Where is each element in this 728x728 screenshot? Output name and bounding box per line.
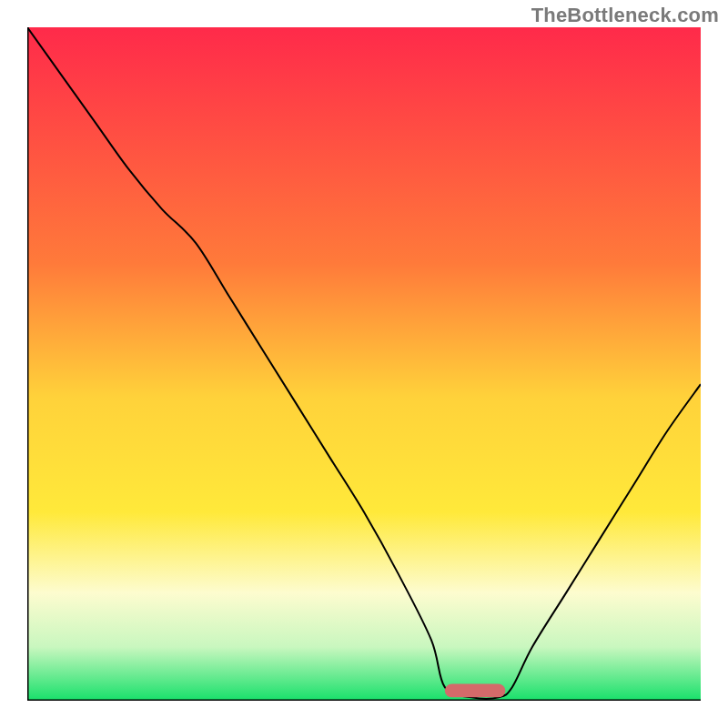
valley-marker [445,684,506,698]
plot-area [27,27,701,701]
watermark-text: TheBottleneck.com [531,4,719,27]
chart-container: TheBottleneck.com [0,0,728,728]
chart-svg [27,27,701,701]
background-gradient [27,27,701,701]
